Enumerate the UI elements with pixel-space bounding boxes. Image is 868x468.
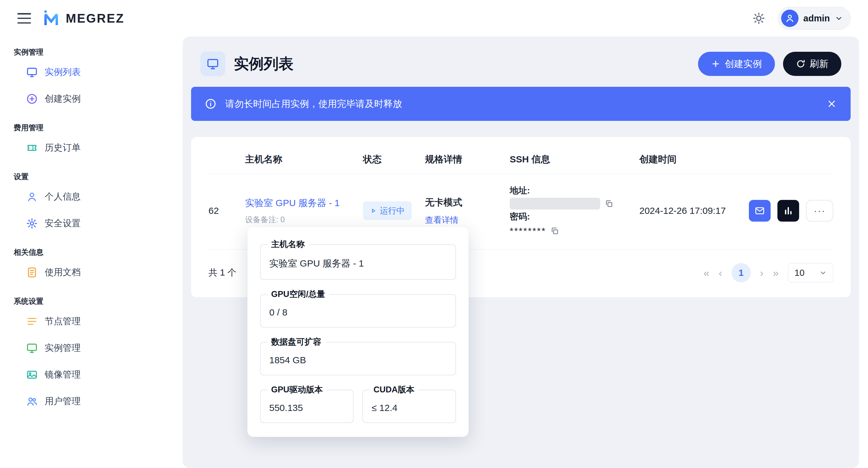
- page-title: 实例列表: [234, 54, 293, 74]
- notice-text: 请勿长时间占用实例，使用完毕请及时释放: [225, 98, 818, 110]
- sidebar-item-docs[interactable]: 使用文档: [14, 259, 174, 286]
- message-button[interactable]: [749, 200, 771, 222]
- field-label: GPU驱动版本: [268, 384, 327, 395]
- total-count: 共 1 个: [209, 267, 237, 279]
- sidebar-item-user-management[interactable]: 用户管理: [14, 388, 174, 415]
- sidebar-item-label: 实例管理: [45, 342, 81, 354]
- status-label: 运行中: [380, 205, 405, 216]
- user-icon: [26, 191, 38, 203]
- field-value: 0 / 8: [269, 307, 447, 318]
- sidebar-item-label: 镜像管理: [45, 369, 81, 381]
- topbar: MEGREZ: [0, 0, 868, 37]
- copy-password-button[interactable]: [550, 227, 559, 235]
- sidebar-item-profile[interactable]: 个人信息: [14, 183, 174, 210]
- field-label: 数据盘可扩容: [268, 336, 325, 347]
- sidebar-item-create-instance[interactable]: 创建实例: [14, 86, 174, 112]
- row-actions: ···: [749, 200, 833, 222]
- spec-cell: 无卡模式 查看详情: [425, 196, 510, 226]
- users-icon: [26, 396, 38, 407]
- ssh-password-label: 密码:: [510, 209, 639, 224]
- play-icon: [370, 207, 377, 214]
- sidebar-item-label: 使用文档: [45, 266, 81, 279]
- col-hostname: 主机名称: [245, 153, 363, 166]
- sidebar-item-label: 实例列表: [45, 66, 81, 78]
- sidebar-section-instance: 实例管理: [14, 47, 174, 57]
- monitor-stats-button[interactable]: [777, 200, 799, 222]
- last-page-button[interactable]: »: [773, 267, 779, 279]
- spec-mode: 无卡模式: [425, 196, 510, 209]
- app-root: MEGREZ: [0, 0, 868, 468]
- info-icon: [205, 98, 217, 110]
- prev-page-button[interactable]: ‹: [718, 267, 722, 279]
- field-label: GPU空闲/总量: [268, 289, 329, 300]
- mail-icon: [754, 205, 765, 216]
- notice-banner: 请勿长时间占用实例，使用完毕请及时释放: [191, 87, 850, 121]
- page-size-select[interactable]: 10: [788, 263, 833, 282]
- theme-toggle-button[interactable]: [752, 12, 765, 25]
- sidebar-item-label: 历史订单: [45, 142, 81, 154]
- more-actions-button[interactable]: ···: [806, 200, 833, 222]
- field-label: 主机名称: [268, 239, 308, 250]
- topbar-left: MEGREZ: [18, 9, 124, 28]
- current-page[interactable]: 1: [732, 263, 751, 282]
- refresh-label: 刷新: [810, 58, 828, 70]
- hostname-note: 设备备注: 0: [245, 214, 363, 225]
- topbar-right: admin: [752, 7, 850, 30]
- monitor-icon: [26, 342, 38, 354]
- col-spec: 规格详情: [425, 153, 510, 166]
- copy-icon: [550, 227, 559, 235]
- hostname-link[interactable]: 实验室 GPU 服务器 - 1: [245, 198, 340, 208]
- sun-icon: [752, 12, 765, 25]
- sidebar-section-settings: 设置: [14, 172, 174, 181]
- image-icon: [26, 369, 38, 380]
- document-icon: [26, 267, 38, 278]
- sidebar-item-label: 用户管理: [45, 395, 81, 407]
- instance-detail-popover: 主机名称 实验室 GPU 服务器 - 1 GPU空闲/总量 0 / 8 数据盘可…: [247, 227, 469, 437]
- list-icon: [26, 315, 38, 327]
- sidebar-item-security[interactable]: 安全设置: [14, 210, 174, 237]
- brand-name: MEGREZ: [66, 11, 124, 25]
- chevron-down-icon: [835, 14, 843, 22]
- menu-toggle-button[interactable]: [18, 13, 31, 24]
- bar-chart-icon: [783, 205, 794, 216]
- monitor-icon: [26, 66, 38, 78]
- sidebar-item-label: 安全设置: [45, 217, 81, 230]
- popover-field-gpu-free: GPU空闲/总量 0 / 8: [260, 294, 456, 328]
- sidebar-section-system: 系统设置: [14, 296, 174, 306]
- sidebar-item-image-management[interactable]: 镜像管理: [14, 361, 174, 388]
- sidebar-section-billing: 费用管理: [14, 123, 174, 133]
- copy-address-button[interactable]: [604, 199, 613, 208]
- popover-field-hostname: 主机名称 实验室 GPU 服务器 - 1: [260, 244, 456, 280]
- ssh-address-redacted: [510, 198, 600, 209]
- status-cell: 运行中: [363, 201, 425, 220]
- user-menu[interactable]: admin: [778, 7, 850, 30]
- spec-detail-link[interactable]: 查看详情: [425, 214, 459, 226]
- sidebar-item-instance-management[interactable]: 实例管理: [14, 335, 174, 361]
- sidebar-item-instance-list[interactable]: 实例列表: [14, 59, 174, 86]
- popover-field-gpu-driver: GPU驱动版本 550.135: [260, 390, 354, 423]
- refresh-button[interactable]: 刷新: [783, 52, 841, 76]
- popover-field-cuda-version: CUDA版本 ≤ 12.4: [362, 390, 456, 423]
- sidebar-item-label: 节点管理: [45, 315, 81, 328]
- page-header: 实例列表 创建实例 刷新: [191, 48, 850, 76]
- gear-icon: [26, 218, 38, 229]
- instance-id: 62: [209, 205, 245, 216]
- ssh-password-mask: ********: [510, 224, 546, 238]
- sidebar: 实例管理 实例列表 创建实例 费用管理 历史订单 设置: [0, 37, 174, 468]
- create-instance-button[interactable]: 创建实例: [698, 52, 775, 76]
- sidebar-item-order-history[interactable]: 历史订单: [14, 135, 174, 161]
- copy-icon: [604, 199, 613, 208]
- plus-circle-icon: [26, 93, 38, 105]
- field-value: 实验室 GPU 服务器 - 1: [269, 257, 447, 270]
- monitor-icon: [200, 52, 225, 76]
- next-page-button[interactable]: ›: [760, 267, 764, 279]
- banner-close-button[interactable]: [827, 99, 837, 109]
- field-value: ≤ 12.4: [372, 403, 447, 413]
- sidebar-item-node-management[interactable]: 节点管理: [14, 308, 174, 335]
- ssh-address-label: 地址:: [510, 183, 639, 198]
- popover-field-disk-expandable: 数据盘可扩容 1854 GB: [260, 342, 456, 375]
- col-created: 创建时间: [639, 153, 745, 166]
- plus-icon: [711, 59, 720, 68]
- first-page-button[interactable]: «: [704, 267, 710, 279]
- user-icon: [785, 13, 795, 23]
